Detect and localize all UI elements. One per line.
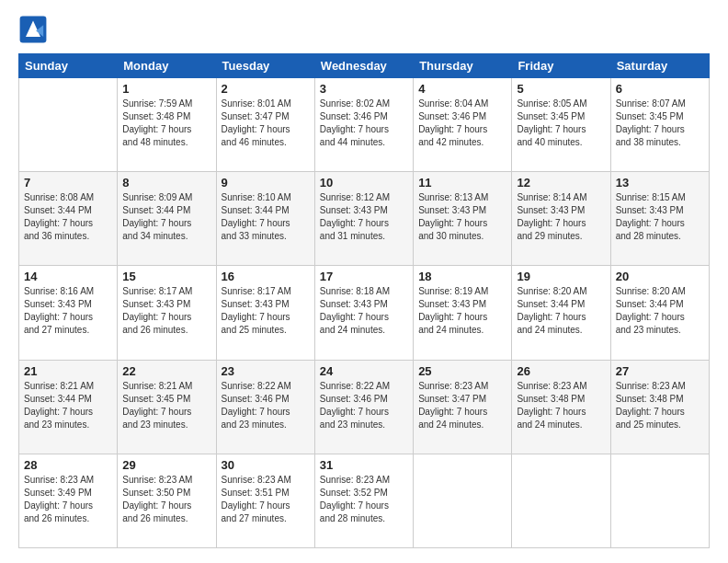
calendar-cell: 21Sunrise: 8:21 AM Sunset: 3:44 PM Dayli…: [19, 360, 118, 454]
header: [18, 15, 710, 44]
logo: [18, 15, 51, 44]
calendar-cell: 29Sunrise: 8:23 AM Sunset: 3:50 PM Dayli…: [118, 454, 216, 547]
day-number: 28: [24, 458, 112, 472]
week-row-2: 7Sunrise: 8:08 AM Sunset: 3:44 PM Daylig…: [19, 172, 710, 266]
day-number: 12: [517, 176, 605, 190]
day-info: Sunrise: 8:23 AM Sunset: 3:48 PM Dayligh…: [517, 380, 605, 431]
day-number: 20: [616, 270, 704, 283]
day-number: 7: [24, 176, 112, 190]
day-number: 6: [616, 82, 704, 96]
calendar-cell: [610, 454, 709, 547]
day-info: Sunrise: 8:16 AM Sunset: 3:43 PM Dayligh…: [24, 285, 112, 337]
day-info: Sunrise: 8:23 AM Sunset: 3:51 PM Dayligh…: [222, 474, 310, 525]
day-info: Sunrise: 8:20 AM Sunset: 3:44 PM Dayligh…: [517, 285, 605, 337]
calendar-cell: 9Sunrise: 8:10 AM Sunset: 3:44 PM Daylig…: [216, 172, 314, 266]
day-info: Sunrise: 8:23 AM Sunset: 3:50 PM Dayligh…: [122, 474, 210, 525]
day-info: Sunrise: 8:09 AM Sunset: 3:44 PM Dayligh…: [122, 191, 210, 243]
calendar-cell: 20Sunrise: 8:20 AM Sunset: 3:44 PM Dayli…: [610, 266, 709, 360]
calendar-cell: 14Sunrise: 8:16 AM Sunset: 3:43 PM Dayli…: [19, 266, 118, 360]
day-info: Sunrise: 8:10 AM Sunset: 3:44 PM Dayligh…: [222, 191, 310, 243]
day-info: Sunrise: 8:19 AM Sunset: 3:43 PM Dayligh…: [418, 285, 506, 337]
calendar-cell: [19, 78, 118, 172]
calendar-cell: [414, 454, 512, 547]
day-info: Sunrise: 8:12 AM Sunset: 3:43 PM Dayligh…: [320, 191, 408, 243]
weekday-tuesday: Tuesday: [216, 54, 314, 78]
calendar-cell: 28Sunrise: 8:23 AM Sunset: 3:49 PM Dayli…: [19, 454, 118, 547]
calendar-cell: 6Sunrise: 8:07 AM Sunset: 3:45 PM Daylig…: [610, 78, 709, 172]
day-number: 10: [320, 176, 408, 190]
calendar-cell: 25Sunrise: 8:23 AM Sunset: 3:47 PM Dayli…: [414, 360, 512, 454]
day-number: 24: [320, 364, 408, 378]
day-info: Sunrise: 8:23 AM Sunset: 3:49 PM Dayligh…: [24, 474, 112, 525]
day-info: Sunrise: 8:23 AM Sunset: 3:47 PM Dayligh…: [418, 380, 506, 431]
day-number: 19: [517, 270, 605, 283]
week-row-4: 21Sunrise: 8:21 AM Sunset: 3:44 PM Dayli…: [19, 360, 710, 454]
calendar-cell: 16Sunrise: 8:17 AM Sunset: 3:43 PM Dayli…: [216, 266, 314, 360]
day-info: Sunrise: 8:18 AM Sunset: 3:43 PM Dayligh…: [320, 285, 408, 337]
calendar-cell: 1Sunrise: 7:59 AM Sunset: 3:48 PM Daylig…: [118, 78, 216, 172]
day-number: 9: [222, 176, 310, 190]
day-info: Sunrise: 8:07 AM Sunset: 3:45 PM Dayligh…: [616, 98, 704, 149]
weekday-monday: Monday: [118, 54, 216, 78]
day-info: Sunrise: 8:17 AM Sunset: 3:43 PM Dayligh…: [222, 285, 310, 337]
day-info: Sunrise: 8:23 AM Sunset: 3:52 PM Dayligh…: [320, 474, 408, 525]
day-number: 27: [616, 364, 704, 378]
weekday-sunday: Sunday: [19, 54, 118, 78]
day-number: 29: [122, 458, 210, 472]
day-number: 8: [122, 176, 210, 190]
day-info: Sunrise: 8:21 AM Sunset: 3:44 PM Dayligh…: [24, 380, 112, 431]
day-number: 22: [122, 364, 210, 378]
calendar-cell: 27Sunrise: 8:23 AM Sunset: 3:48 PM Dayli…: [610, 360, 709, 454]
logo-icon: [18, 15, 48, 44]
weekday-friday: Friday: [512, 54, 610, 78]
calendar-cell: 5Sunrise: 8:05 AM Sunset: 3:45 PM Daylig…: [512, 78, 610, 172]
day-number: 26: [517, 364, 605, 378]
calendar-table: SundayMondayTuesdayWednesdayThursdayFrid…: [18, 53, 710, 548]
day-info: Sunrise: 8:23 AM Sunset: 3:48 PM Dayligh…: [616, 380, 704, 431]
weekday-saturday: Saturday: [610, 54, 709, 78]
day-number: 18: [418, 270, 506, 283]
calendar-cell: 24Sunrise: 8:22 AM Sunset: 3:46 PM Dayli…: [314, 360, 413, 454]
day-info: Sunrise: 8:13 AM Sunset: 3:43 PM Dayligh…: [418, 191, 506, 243]
page: SundayMondayTuesdayWednesdayThursdayFrid…: [0, 0, 728, 563]
calendar-cell: 3Sunrise: 8:02 AM Sunset: 3:46 PM Daylig…: [314, 78, 413, 172]
week-row-3: 14Sunrise: 8:16 AM Sunset: 3:43 PM Dayli…: [19, 266, 710, 360]
day-info: Sunrise: 8:17 AM Sunset: 3:43 PM Dayligh…: [122, 285, 210, 337]
weekday-wednesday: Wednesday: [314, 54, 413, 78]
day-number: 15: [122, 270, 210, 283]
calendar-cell: [512, 454, 610, 547]
calendar-cell: 11Sunrise: 8:13 AM Sunset: 3:43 PM Dayli…: [414, 172, 512, 266]
calendar-cell: 17Sunrise: 8:18 AM Sunset: 3:43 PM Dayli…: [314, 266, 413, 360]
calendar-cell: 19Sunrise: 8:20 AM Sunset: 3:44 PM Dayli…: [512, 266, 610, 360]
calendar-cell: 31Sunrise: 8:23 AM Sunset: 3:52 PM Dayli…: [314, 454, 413, 547]
day-info: Sunrise: 8:15 AM Sunset: 3:43 PM Dayligh…: [616, 191, 704, 243]
weekday-header-row: SundayMondayTuesdayWednesdayThursdayFrid…: [19, 54, 710, 78]
day-number: 5: [517, 82, 605, 96]
calendar-cell: 26Sunrise: 8:23 AM Sunset: 3:48 PM Dayli…: [512, 360, 610, 454]
day-info: Sunrise: 8:21 AM Sunset: 3:45 PM Dayligh…: [122, 380, 210, 431]
day-number: 31: [320, 458, 408, 472]
day-info: Sunrise: 7:59 AM Sunset: 3:48 PM Dayligh…: [122, 98, 210, 149]
weekday-thursday: Thursday: [414, 54, 512, 78]
day-number: 13: [616, 176, 704, 190]
calendar-cell: 8Sunrise: 8:09 AM Sunset: 3:44 PM Daylig…: [118, 172, 216, 266]
calendar-cell: 30Sunrise: 8:23 AM Sunset: 3:51 PM Dayli…: [216, 454, 314, 547]
calendar-cell: 2Sunrise: 8:01 AM Sunset: 3:47 PM Daylig…: [216, 78, 314, 172]
day-info: Sunrise: 8:02 AM Sunset: 3:46 PM Dayligh…: [320, 98, 408, 149]
day-number: 23: [222, 364, 310, 378]
calendar-cell: 13Sunrise: 8:15 AM Sunset: 3:43 PM Dayli…: [610, 172, 709, 266]
day-number: 16: [222, 270, 310, 283]
day-number: 4: [418, 82, 506, 96]
day-info: Sunrise: 8:04 AM Sunset: 3:46 PM Dayligh…: [418, 98, 506, 149]
day-number: 25: [418, 364, 506, 378]
day-info: Sunrise: 8:14 AM Sunset: 3:43 PM Dayligh…: [517, 191, 605, 243]
day-info: Sunrise: 8:05 AM Sunset: 3:45 PM Dayligh…: [517, 98, 605, 149]
day-number: 30: [222, 458, 310, 472]
day-number: 17: [320, 270, 408, 283]
day-number: 14: [24, 270, 112, 283]
calendar-cell: 10Sunrise: 8:12 AM Sunset: 3:43 PM Dayli…: [314, 172, 413, 266]
calendar-cell: 12Sunrise: 8:14 AM Sunset: 3:43 PM Dayli…: [512, 172, 610, 266]
day-info: Sunrise: 8:01 AM Sunset: 3:47 PM Dayligh…: [222, 98, 310, 149]
day-number: 1: [122, 82, 210, 96]
day-number: 21: [24, 364, 112, 378]
